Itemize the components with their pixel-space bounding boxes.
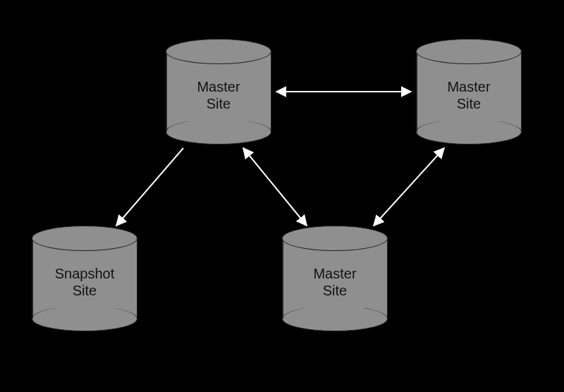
cylinder-label: MasterSite xyxy=(166,39,271,145)
replication-topology-diagram: MasterSite MasterSite SnapshotSite Maste… xyxy=(0,0,564,392)
cylinder-label: MasterSite xyxy=(282,226,388,331)
svg-line-1 xyxy=(243,148,307,226)
cylinder-label: MasterSite xyxy=(416,39,522,145)
svg-line-2 xyxy=(374,148,444,226)
cylinder-label: SnapshotSite xyxy=(32,226,137,331)
database-cylinder-master-bottom: MasterSite xyxy=(282,226,388,331)
database-cylinder-snapshot: SnapshotSite xyxy=(32,226,137,331)
database-cylinder-master-top-center: MasterSite xyxy=(166,39,271,145)
svg-line-3 xyxy=(116,148,183,226)
database-cylinder-master-top-right: MasterSite xyxy=(416,39,522,145)
